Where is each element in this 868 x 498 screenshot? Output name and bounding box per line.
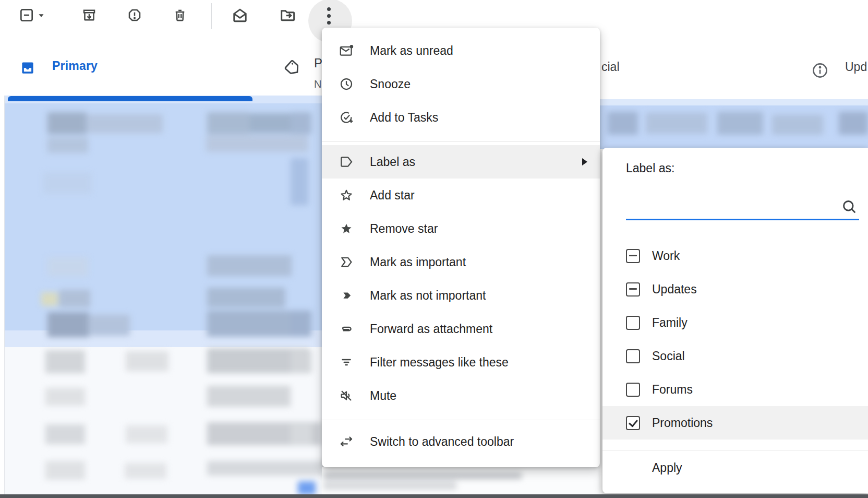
checkbox-forums[interactable] <box>626 383 640 397</box>
gmail-screen: Primary P N cial Upd Mark as unread Snoo… <box>0 0 868 498</box>
menu-item-label: Forward as attachment <box>370 322 492 336</box>
menu-item-switch-toolbar[interactable]: Switch to advanced toolbar <box>322 425 600 458</box>
blurred-block <box>88 315 130 336</box>
more-actions-menu: Mark as unread Snooze Add to Tasks Label… <box>322 28 600 467</box>
move-to-button[interactable] <box>278 7 297 26</box>
important-icon <box>337 255 355 269</box>
blurred-block <box>47 112 87 134</box>
blurred-block <box>45 461 85 480</box>
checkbox-updates[interactable] <box>626 282 640 297</box>
menu-item-label: Remove star <box>370 222 438 236</box>
label-search-field[interactable] <box>626 195 859 220</box>
primary-tab-underline <box>8 96 252 101</box>
label-option-work[interactable]: Work <box>602 239 868 272</box>
blurred-layer <box>322 467 600 494</box>
blurred-block <box>41 292 58 306</box>
checkbox-work[interactable] <box>626 249 640 263</box>
blurred-block <box>839 112 868 135</box>
menu-item-mute[interactable]: Mute <box>322 379 600 412</box>
blurred-block <box>772 115 823 135</box>
blurred-block <box>291 424 311 444</box>
blurred-block <box>206 135 308 152</box>
report-spam-button[interactable] <box>125 7 144 26</box>
checkbox-promotions[interactable] <box>626 416 640 430</box>
blurred-block <box>207 461 332 476</box>
label-options-list: Work Updates Family Social Forums Promot… <box>602 239 868 440</box>
blurred-block <box>291 311 311 337</box>
menu-item-label: Mark as important <box>370 255 466 269</box>
menu-item-mark-as-unread[interactable]: Mark as unread <box>322 34 600 67</box>
label-option-updates[interactable]: Updates <box>602 272 868 306</box>
label-option-forums[interactable]: Forums <box>602 373 868 406</box>
blurred-block <box>207 112 250 134</box>
info-button[interactable] <box>811 61 829 82</box>
tab-social-partial[interactable]: cial <box>601 60 620 74</box>
menu-separator <box>322 141 600 142</box>
blurred-layer <box>600 99 868 149</box>
menu-separator <box>322 420 600 420</box>
label-panel-title: Label as: <box>626 161 674 175</box>
label-search-input[interactable] <box>626 195 834 217</box>
blurred-block <box>291 350 311 373</box>
add-star-icon <box>337 188 355 203</box>
promotions-tab-partial-subtext: N <box>314 78 321 90</box>
menu-item-filter-messages[interactable]: Filter messages like these <box>322 346 600 379</box>
mark-as-read-button[interactable] <box>231 7 249 26</box>
promotions-tab-tag-icon[interactable] <box>279 56 306 82</box>
filter-icon <box>337 355 355 370</box>
label-option-name: Forums <box>652 383 693 397</box>
menu-item-add-star[interactable]: Add star <box>322 179 600 212</box>
label-option-name: Promotions <box>652 416 713 430</box>
select-checkbox-icon <box>18 7 35 26</box>
blurred-block <box>717 112 763 135</box>
menu-item-label: Add to Tasks <box>370 111 438 125</box>
menu-item-add-to-tasks[interactable]: Add to Tasks <box>322 101 600 134</box>
menu-item-mark-as-important[interactable]: Mark as important <box>322 245 600 279</box>
menu-item-label-as[interactable]: Label as <box>322 145 600 179</box>
email-list-blurred[interactable] <box>4 96 322 494</box>
label-option-promotions[interactable]: Promotions <box>602 406 868 440</box>
delete-button[interactable] <box>171 7 189 26</box>
checkbox-social[interactable] <box>626 349 640 363</box>
menu-item-forward-as-attachment[interactable]: Forward as attachment <box>322 312 600 346</box>
menu-item-remove-star[interactable]: Remove star <box>322 212 600 245</box>
switch-toolbar-icon <box>337 434 355 449</box>
blurred-layer <box>5 96 322 494</box>
checkbox-family[interactable] <box>626 316 640 330</box>
menu-item-label: Mark as unread <box>370 44 453 58</box>
toolbar-divider <box>211 3 212 29</box>
label-as-submenu: Label as: Work Updates Family Social <box>602 148 868 493</box>
label-option-social[interactable]: Social <box>602 339 868 373</box>
blurred-block <box>45 388 85 406</box>
selected-email-row-blurred <box>600 99 868 149</box>
menu-item-snooze[interactable]: Snooze <box>322 67 600 101</box>
blurred-block <box>47 312 89 337</box>
archive-icon <box>81 7 98 26</box>
blurred-block <box>59 290 90 307</box>
archive-button[interactable] <box>80 7 99 26</box>
menu-item-mark-as-not-important[interactable]: Mark as not important <box>322 279 600 312</box>
blurred-block <box>323 472 522 479</box>
more-options-button[interactable] <box>327 7 331 25</box>
blurred-block <box>323 481 456 490</box>
submenu-arrow-icon <box>582 158 587 165</box>
select-dropdown[interactable] <box>34 7 48 26</box>
caret-down-icon <box>35 9 47 23</box>
search-icon <box>840 198 858 218</box>
menu-item-label: Mute <box>370 389 396 403</box>
label-option-name: Social <box>652 349 685 363</box>
menu-item-label: Add star <box>370 188 415 203</box>
label-option-family[interactable]: Family <box>602 306 868 339</box>
blurred-block <box>207 288 285 307</box>
blurred-block <box>126 425 167 443</box>
promotions-tab-partial-text: P <box>314 56 322 70</box>
tab-updates-partial[interactable]: Upd <box>845 60 867 74</box>
open-envelope-icon <box>231 6 249 27</box>
apply-button[interactable]: Apply <box>652 461 682 475</box>
blurred-block <box>298 481 316 495</box>
tab-primary[interactable]: Primary <box>52 59 98 73</box>
blurred-block <box>646 113 707 134</box>
select-checkbox[interactable] <box>17 7 36 26</box>
trash-icon <box>172 7 188 26</box>
label-option-name: Family <box>652 316 688 330</box>
